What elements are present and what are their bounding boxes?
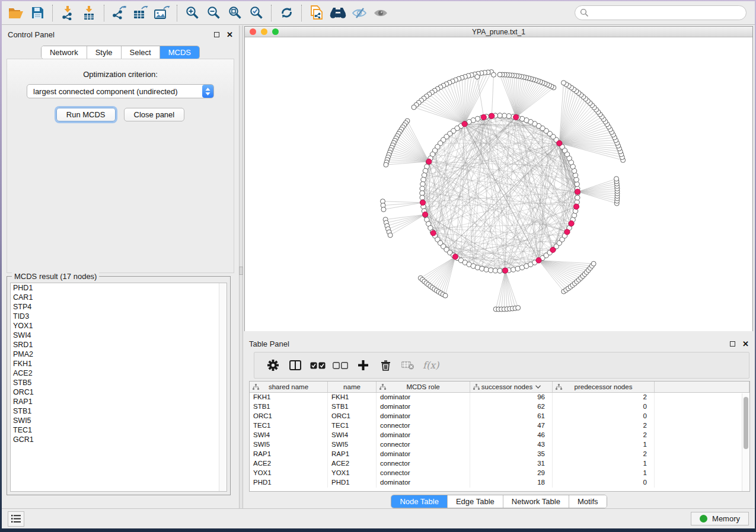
criterion-value: largest connected component (undirected): [27, 87, 213, 96]
table-cell: dominator: [377, 393, 470, 402]
tab-style[interactable]: Style: [87, 46, 122, 59]
tab-motifs[interactable]: Motifs: [569, 495, 607, 508]
tab-network-table[interactable]: Network Table: [503, 495, 569, 508]
delete-table-icon[interactable]: [397, 355, 419, 376]
mcds-tab-content: Optimization criterion: largest connecte…: [7, 59, 234, 273]
mcds-result-item[interactable]: ACE2: [11, 368, 227, 378]
mcds-result-item[interactable]: FKH1: [11, 359, 227, 368]
refresh-layout-icon[interactable]: [276, 4, 297, 23]
export-table-icon[interactable]: [130, 4, 151, 23]
zoom-out-icon[interactable]: [203, 4, 224, 23]
mcds-list-scrollbar[interactable]: [219, 283, 227, 491]
mcds-result-item[interactable]: PHD1: [11, 283, 227, 293]
close-table-panel-icon[interactable]: ✕: [742, 340, 749, 348]
first-neighbors-icon[interactable]: [327, 4, 349, 23]
add-column-icon[interactable]: [352, 355, 374, 376]
show-all-icon[interactable]: [370, 4, 391, 23]
open-file-icon[interactable]: [5, 4, 27, 23]
float-panel-icon[interactable]: [214, 32, 219, 37]
task-history-button[interactable]: [8, 511, 24, 527]
network-window-title: YPA_prune.txt_1: [245, 28, 752, 36]
table-panel-tabs: Node TableEdge TableNetwork TableMotifs: [391, 495, 607, 508]
table-cell: RAP1: [250, 450, 328, 459]
table-row[interactable]: ORC1ORC1dominator610: [250, 412, 749, 421]
vertical-split-divider[interactable]: [239, 25, 243, 508]
tab-network[interactable]: Network: [42, 46, 87, 59]
table-settings-gear-icon[interactable]: [261, 355, 284, 376]
mcds-result-item[interactable]: RAP1: [11, 397, 227, 406]
table-row[interactable]: SWI5SWI5connector431: [250, 440, 749, 450]
table-cell: TEC1: [328, 421, 377, 431]
table-row[interactable]: ACE2ACE2connector311: [250, 459, 749, 469]
import-table-icon[interactable]: [78, 4, 100, 23]
table-row[interactable]: RAP1RAP1dominator352: [250, 450, 749, 459]
mcds-result-item[interactable]: TID3: [11, 312, 227, 321]
export-image-icon[interactable]: [151, 4, 173, 23]
select-all-icon[interactable]: [307, 355, 329, 376]
table-panel-title: Table Panel: [249, 339, 289, 348]
tab-select[interactable]: Select: [122, 46, 160, 59]
mcds-result-item[interactable]: STP4: [11, 302, 227, 312]
control-panel-tabs: NetworkStyleSelectMCDS: [41, 46, 200, 59]
table-row[interactable]: STB1STB1dominator620: [250, 402, 749, 412]
search-input[interactable]: [575, 5, 747, 20]
zoom-fit-icon[interactable]: [224, 4, 245, 23]
mcds-result-item[interactable]: TEC1: [11, 425, 227, 435]
float-table-panel-icon[interactable]: [730, 341, 735, 347]
table-cell: 35: [470, 450, 553, 459]
table-cell: PHD1: [328, 478, 377, 488]
zoom-in-icon[interactable]: [181, 4, 203, 23]
mcds-result-item[interactable]: SRD1: [11, 340, 227, 350]
mcds-result-item[interactable]: SWI4: [11, 331, 227, 340]
desktop: Control Panel ✕ NetworkStyleSelectMCDS O…: [0, 0, 756, 532]
column-header-successor-nodes[interactable]: successor nodes: [470, 382, 553, 392]
show-column-panel-icon[interactable]: [284, 355, 307, 376]
column-header-MCDS-role[interactable]: MCDS role: [377, 382, 470, 392]
mcds-result-item[interactable]: YOX1: [11, 321, 227, 331]
column-header-predecessor-nodes[interactable]: predecessor nodes: [553, 382, 655, 392]
mcds-result-item[interactable]: CAR1: [11, 293, 227, 302]
import-network-icon[interactable]: [57, 4, 78, 23]
table-cell: SWI5: [328, 440, 377, 450]
tab-edge-table[interactable]: Edge Table: [448, 495, 503, 508]
table-row[interactable]: PHD1PHD1dominator180: [250, 478, 749, 488]
optimization-criterion-select[interactable]: largest connected component (undirected): [27, 84, 214, 98]
table-cell: 2: [553, 393, 655, 402]
save-session-icon[interactable]: [27, 4, 48, 23]
clone-network-icon[interactable]: [306, 4, 327, 23]
table-row[interactable]: YOX1YOX1connector291: [250, 469, 749, 478]
mcds-result-item[interactable]: SWI5: [11, 416, 227, 425]
vertical-split-handle[interactable]: [239, 267, 243, 275]
toolbar-separator: [271, 5, 272, 21]
close-panel-icon[interactable]: ✕: [227, 31, 233, 39]
mcds-result-item[interactable]: ORC1: [11, 387, 227, 397]
column-header-name[interactable]: name: [328, 382, 377, 392]
table-cell: dominator: [377, 478, 470, 488]
mcds-result-item[interactable]: PMA2: [11, 350, 227, 359]
network-window-titlebar[interactable]: YPA_prune.txt_1: [245, 27, 752, 37]
table-row[interactable]: FKH1FKH1dominator962: [250, 393, 749, 402]
column-header-shared-name[interactable]: shared name: [250, 382, 328, 392]
network-canvas[interactable]: [245, 38, 752, 331]
zoom-selected-icon[interactable]: [245, 4, 267, 23]
close-panel-button[interactable]: Close panel: [124, 108, 185, 121]
run-mcds-button[interactable]: Run MCDS: [56, 108, 116, 121]
table-scrollbar[interactable]: [742, 393, 749, 491]
delete-column-trash-icon[interactable]: [374, 355, 397, 376]
function-builder-icon[interactable]: f(x): [423, 360, 439, 371]
mcds-result-item[interactable]: GCR1: [11, 435, 227, 444]
mcds-result-item[interactable]: STB1: [11, 406, 227, 416]
table-row[interactable]: SWI4SWI4dominator462: [250, 431, 749, 440]
tab-mcds[interactable]: MCDS: [160, 46, 199, 59]
memory-label: Memory: [712, 514, 740, 523]
memory-button[interactable]: Memory: [691, 512, 749, 525]
mcds-result-item[interactable]: STB5: [11, 378, 227, 387]
table-scrollbar-thumb[interactable]: [744, 397, 748, 449]
control-panel-title: Control Panel: [8, 30, 55, 39]
hide-selected-icon[interactable]: [349, 4, 370, 23]
deselect-all-icon[interactable]: [329, 355, 352, 376]
table-row[interactable]: TEC1TEC1connector472: [250, 421, 749, 431]
table-cell: 18: [470, 478, 553, 488]
export-network-icon[interactable]: [109, 4, 130, 23]
tab-node-table[interactable]: Node Table: [391, 495, 448, 508]
